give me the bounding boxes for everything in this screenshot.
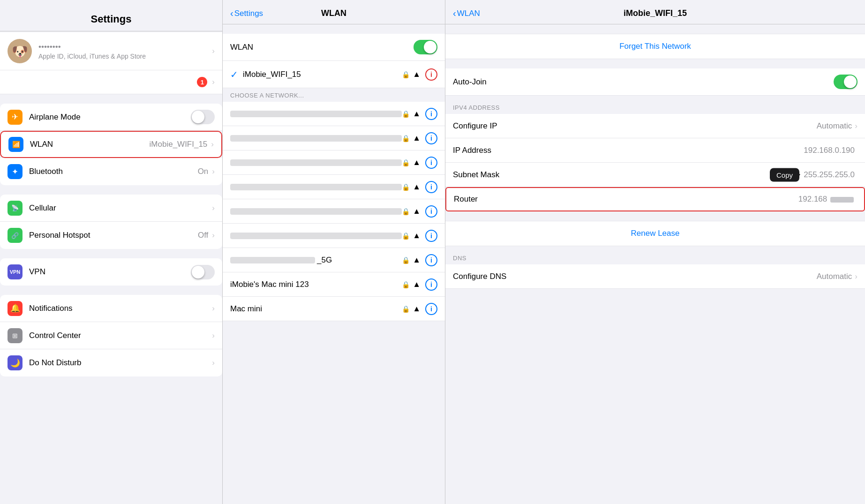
back-to-wlan-button[interactable]: ‹ WLAN — [453, 8, 480, 19]
cellular-chevron: › — [212, 203, 215, 213]
network-info-button[interactable]: i — [425, 181, 437, 193]
settings-group-4: 🔔 Notifications › ⊞ Control Center › 🌙 D… — [0, 295, 222, 376]
left-header: Settings — [0, 0, 223, 31]
network-icons: 🔒 ▲ i — [402, 68, 437, 81]
list-item[interactable]: 🔒 ▲ i — [223, 126, 445, 150]
wifi-icon: ▲ — [413, 182, 421, 192]
vpn-toggle[interactable] — [191, 265, 215, 279]
net-icons: 🔒 ▲ i — [402, 157, 437, 169]
sidebar-item-do-not-disturb[interactable]: 🌙 Do Not Disturb › — [0, 349, 222, 376]
sidebar-item-notifications[interactable]: 🔔 Notifications › — [0, 295, 222, 322]
list-item[interactable]: _5G 🔒 ▲ i — [223, 248, 445, 272]
ip-address-row: IP Address 192.168.0.190 — [445, 138, 865, 163]
badge-row[interactable]: 1 › — [0, 70, 222, 94]
bluetooth-value: On — [198, 167, 209, 176]
sidebar-item-bluetooth[interactable]: ✦ Bluetooth On › — [0, 158, 222, 185]
network-info-button[interactable]: i — [425, 303, 437, 315]
network-info-button[interactable]: i — [425, 254, 437, 266]
wifi-icon: ▲ — [413, 207, 421, 216]
control-center-chevron: › — [212, 331, 215, 340]
network-info-button[interactable]: i — [425, 230, 437, 242]
wlan-icon: 📶 — [8, 137, 23, 152]
right-header: ‹ WLAN iMobie_WIFI_15 — [445, 0, 865, 24]
sidebar-item-personal-hotspot[interactable]: 🔗 Personal Hotspot Off › — [0, 222, 222, 249]
checkmark-icon: ✓ — [230, 69, 238, 80]
wlan-value: iMobie_WIFI_15 — [150, 140, 208, 149]
net-icons: 🔒 ▲ i — [402, 205, 437, 218]
ipv4-section-label: IPV4 ADDRESS — [445, 96, 865, 114]
connected-network-row[interactable]: ✓ iMobie_WIFI_15 🔒 ▲ i — [223, 61, 445, 88]
net-icons: 🔒 ▲ i — [402, 181, 437, 193]
list-item[interactable]: 🔒 ▲ i — [223, 102, 445, 126]
settings-group-2: 📡 Cellular › 🔗 Personal Hotspot Off › — [0, 195, 222, 249]
ip-address-label: IP Address — [453, 146, 804, 155]
profile-row[interactable]: 🐶 •••••••• Apple ID, iCloud, iTunes & Ap… — [0, 32, 222, 70]
network-info-button[interactable]: i — [425, 108, 437, 120]
sidebar-item-airplane-mode[interactable]: ✈ Airplane Mode — [0, 104, 222, 131]
auto-join-row: Auto-Join — [445, 68, 865, 96]
configure-dns-row[interactable]: Configure DNS Automatic › — [445, 264, 865, 289]
badge-chevron: › — [212, 77, 215, 87]
net-icons: 🔒 ▲ i — [402, 303, 437, 315]
list-item[interactable]: iMobie's Mac mini 123 🔒 ▲ i — [223, 272, 445, 297]
profile-chevron: › — [212, 46, 215, 56]
sidebar-item-wlan[interactable]: 📶 WLAN iMobie_WIFI_15 › — [0, 131, 222, 158]
sidebar-item-vpn[interactable]: VPN VPN — [0, 258, 222, 286]
lock-icon: 🔒 — [402, 183, 410, 191]
wifi-icon: ▲ — [413, 134, 421, 143]
network-list: 🔒 ▲ i 🔒 ▲ i 🔒 ▲ i — [223, 102, 445, 321]
copy-tooltip[interactable]: Copy — [770, 168, 799, 181]
router-value: 192.168 — [798, 195, 854, 204]
network-info-button[interactable]: i — [425, 68, 437, 81]
back-chevron-icon: ‹ — [453, 8, 456, 19]
back-chevron-icon: ‹ — [230, 8, 233, 19]
bluetooth-icon: ✦ — [8, 164, 23, 179]
network-name-blur — [230, 135, 402, 142]
connected-network-name: iMobie_WIFI_15 — [243, 70, 402, 79]
sidebar-item-cellular[interactable]: 📡 Cellular › — [0, 195, 222, 222]
network-info-button[interactable]: i — [425, 278, 437, 291]
vpn-icon: VPN — [8, 264, 23, 279]
notifications-label: Notifications — [29, 304, 212, 313]
configure-dns-label: Configure DNS — [453, 272, 817, 281]
network-info-button[interactable]: i — [425, 132, 437, 144]
settings-group-3: VPN VPN — [0, 258, 222, 286]
list-item[interactable]: Mac mini 🔒 ▲ i — [223, 297, 445, 321]
configure-ip-row[interactable]: Configure IP Automatic › — [445, 114, 865, 138]
forget-network-button[interactable]: Forget This Network — [445, 34, 865, 59]
cellular-icon: 📡 — [8, 201, 23, 216]
back-to-settings-button[interactable]: ‹ Settings — [230, 8, 263, 19]
list-item[interactable]: 🔒 ▲ i — [223, 199, 445, 224]
wlan-main-toggle[interactable] — [414, 40, 437, 54]
bluetooth-chevron: › — [212, 167, 215, 176]
personal-hotspot-label: Personal Hotspot — [29, 231, 198, 240]
wifi-icon: ▲ — [413, 158, 421, 167]
lock-icon: 🔒 — [402, 71, 410, 78]
personal-hotspot-icon: 🔗 — [8, 228, 23, 243]
configure-ip-value: Automatic — [817, 121, 852, 131]
configure-dns-value: Automatic — [817, 272, 852, 281]
router-value-blur — [830, 197, 854, 203]
net-icons: 🔒 ▲ i — [402, 230, 437, 242]
network-name: Mac mini — [230, 304, 402, 314]
profile-subtitle: Apple ID, iCloud, iTunes & App Store — [38, 53, 212, 60]
avatar: 🐶 — [8, 39, 32, 63]
wifi-icon: ▲ — [413, 256, 421, 265]
sidebar-item-control-center[interactable]: ⊞ Control Center › — [0, 322, 222, 349]
wifi-signal-icon: ▲ — [413, 70, 421, 79]
list-item[interactable]: 🔒 ▲ i — [223, 224, 445, 248]
net-icons: 🔒 ▲ i — [402, 254, 437, 266]
network-info-button[interactable]: i — [425, 157, 437, 169]
renew-lease-button[interactable]: Renew Lease — [445, 221, 865, 246]
list-item[interactable]: 🔒 ▲ i — [223, 150, 445, 175]
lock-icon: 🔒 — [402, 305, 410, 313]
wlan-toggle-label: WLAN — [230, 43, 414, 52]
net-icons: 🔒 ▲ i — [402, 278, 437, 291]
control-center-label: Control Center — [29, 331, 212, 340]
airplane-mode-icon: ✈ — [8, 110, 23, 125]
auto-join-toggle[interactable] — [834, 75, 857, 89]
network-info-button[interactable]: i — [425, 205, 437, 218]
list-item[interactable]: 🔒 ▲ i — [223, 175, 445, 199]
airplane-mode-toggle[interactable] — [191, 110, 215, 124]
settings-group-1: ✈ Airplane Mode 📶 WLAN iMobie_WIFI_15 › … — [0, 104, 222, 185]
